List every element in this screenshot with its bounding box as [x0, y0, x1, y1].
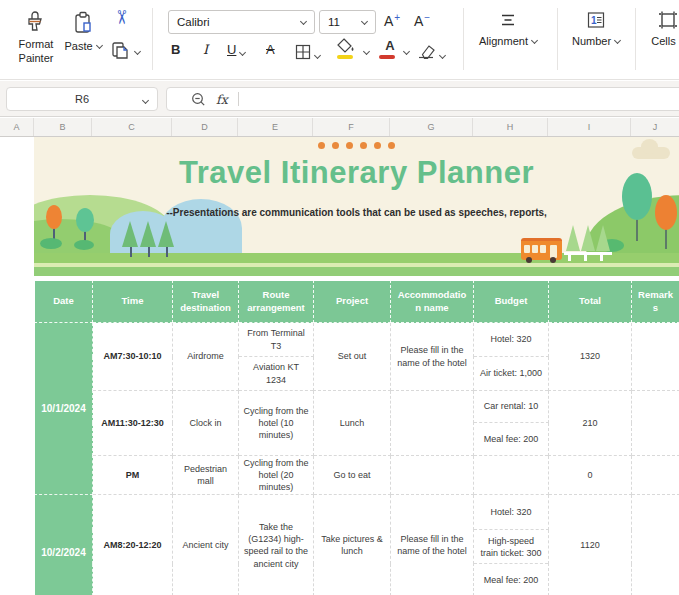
- cell-accommodation[interactable]: [391, 456, 474, 495]
- column-header-i[interactable]: I: [548, 118, 631, 136]
- cell-budget[interactable]: Meal fee: 200: [474, 423, 549, 456]
- eraser-icon: [417, 44, 436, 60]
- cell-route[interactable]: From Terminal T3: [239, 323, 314, 357]
- cell-time[interactable]: AM7:30-10:10: [93, 323, 173, 391]
- column-header-j[interactable]: J: [631, 118, 679, 136]
- cell-project[interactable]: Lunch: [314, 391, 391, 456]
- cell-destination[interactable]: Pedestrian mall: [173, 456, 239, 495]
- sheet-area[interactable]: Travel Itinerary Planner --Presentations…: [0, 137, 679, 595]
- insert-function-icon[interactable]: fx: [216, 92, 228, 107]
- column-header-c[interactable]: C: [92, 118, 172, 136]
- column-header-h[interactable]: H: [473, 118, 548, 136]
- chevron-down-icon[interactable]: [403, 48, 410, 55]
- cell-total[interactable]: 1120: [549, 495, 632, 595]
- cell-total[interactable]: 210: [549, 391, 632, 456]
- table-header-row: Date Time Travel destination Route arran…: [35, 281, 679, 323]
- cell-destination[interactable]: Clock in: [173, 391, 239, 456]
- header-date[interactable]: Date: [35, 281, 93, 323]
- column-header-f[interactable]: F: [313, 118, 390, 136]
- bus-window: [524, 245, 530, 253]
- format-painter-label: Format Painter: [6, 37, 66, 65]
- cell-route[interactable]: Cycling from the hotel (10 minutes): [239, 391, 314, 456]
- header-destination[interactable]: Travel destination: [173, 281, 239, 323]
- cell-remarks[interactable]: [632, 456, 679, 495]
- cell-project[interactable]: Set out: [314, 323, 391, 391]
- cell-time[interactable]: AM8:20-12:20: [93, 495, 173, 595]
- cell-budget[interactable]: High-speed train ticket: 300: [474, 530, 549, 564]
- cut-button[interactable]: ✂: [106, 8, 136, 27]
- cell-budget[interactable]: Meal fee: 200: [474, 564, 549, 595]
- header-time[interactable]: Time: [93, 281, 173, 323]
- copy-button[interactable]: [102, 40, 146, 66]
- cell-project[interactable]: Go to eat: [314, 456, 391, 495]
- paste-button[interactable]: Paste: [60, 10, 106, 53]
- cell-accommodation[interactable]: Please fill in the name of the hotel: [391, 323, 474, 391]
- header-total[interactable]: Total: [549, 281, 632, 323]
- cell-remarks[interactable]: [632, 391, 679, 456]
- column-header-d[interactable]: D: [172, 118, 238, 136]
- italic-button[interactable]: I: [203, 42, 208, 57]
- cell-route[interactable]: Take the (G1234) high-speed rail to the …: [239, 495, 314, 595]
- column-header-e[interactable]: E: [238, 118, 313, 136]
- cell-route[interactable]: Aviation KT 1234: [239, 357, 314, 391]
- cell-date[interactable]: 10/1/2024: [35, 323, 93, 495]
- cell-budget[interactable]: Hotel: 320: [474, 323, 549, 357]
- ribbon-separator: [152, 8, 153, 70]
- cell-remarks[interactable]: [632, 323, 679, 391]
- cell-budget[interactable]: Hotel: 320: [474, 495, 549, 530]
- eraser-button[interactable]: [417, 44, 445, 60]
- cell-project[interactable]: Take pictures & lunch: [314, 495, 391, 595]
- cell-time[interactable]: AM11:30-12:30: [93, 391, 173, 456]
- cell-budget[interactable]: Car rental: 10: [474, 391, 549, 423]
- font-name-select[interactable]: Calibri: [168, 10, 315, 34]
- copy-icon: [109, 40, 131, 62]
- strikethrough-button[interactable]: A: [266, 42, 275, 57]
- cell-accommodation[interactable]: Please fill in the name of the hotel: [391, 495, 474, 595]
- name-box-value: R6: [75, 93, 89, 105]
- formula-input-container: fx: [166, 87, 679, 111]
- font-size-select[interactable]: 11: [319, 10, 376, 34]
- header-route[interactable]: Route arrangement: [239, 281, 314, 323]
- cell-destination[interactable]: Ancient city: [173, 495, 239, 595]
- alignment-icon: [498, 10, 518, 30]
- cells-button[interactable]: Cells: [639, 10, 679, 48]
- cell-accommodation[interactable]: [391, 391, 474, 456]
- decrease-font-button[interactable]: A−: [414, 13, 430, 29]
- cell-destination[interactable]: Airdrome: [173, 323, 239, 391]
- chevron-down-icon: [531, 37, 538, 44]
- banner-band-green: [34, 267, 679, 276]
- borders-button[interactable]: [295, 44, 320, 60]
- format-painter-button[interactable]: Format Painter: [6, 8, 64, 65]
- dot-icon: [374, 142, 381, 149]
- chevron-down-icon: [361, 17, 368, 24]
- cell-total[interactable]: 0: [549, 456, 632, 495]
- header-remarks[interactable]: Remarks: [632, 281, 679, 323]
- column-header-a[interactable]: A: [0, 118, 34, 136]
- bold-button[interactable]: B: [171, 42, 180, 57]
- cell-remarks[interactable]: [632, 495, 679, 595]
- cell-route[interactable]: Cycling from the hotel (20 minutes): [239, 456, 314, 495]
- zoom-out-icon[interactable]: [191, 92, 206, 107]
- header-accommodation[interactable]: Accommodation name: [391, 281, 474, 323]
- font-color-button[interactable]: A: [379, 38, 401, 60]
- fill-color-button[interactable]: [337, 38, 359, 60]
- column-header-b[interactable]: B: [34, 118, 92, 136]
- chevron-down-icon[interactable]: [363, 48, 370, 55]
- header-project[interactable]: Project: [314, 281, 391, 323]
- pine-tree-icon: [596, 225, 610, 251]
- name-box[interactable]: R6: [6, 87, 158, 111]
- chevron-down-icon: [439, 52, 446, 59]
- fill-color-icon: [337, 38, 355, 54]
- header-budget[interactable]: Budget: [474, 281, 549, 323]
- cell-budget[interactable]: Air ticket: 1,000: [474, 357, 549, 391]
- column-header-g[interactable]: G: [390, 118, 473, 136]
- cell-time[interactable]: PM: [93, 456, 173, 495]
- number-button[interactable]: 1 Number: [561, 10, 631, 48]
- underline-button[interactable]: U: [227, 42, 245, 57]
- cell-budget[interactable]: [474, 456, 549, 495]
- strikethrough-icon: A: [266, 42, 275, 57]
- increase-font-button[interactable]: A+: [384, 13, 400, 29]
- cell-total[interactable]: 1320: [549, 323, 632, 391]
- alignment-button[interactable]: Alignment: [467, 10, 549, 48]
- cell-date[interactable]: 10/2/2024: [35, 495, 93, 595]
